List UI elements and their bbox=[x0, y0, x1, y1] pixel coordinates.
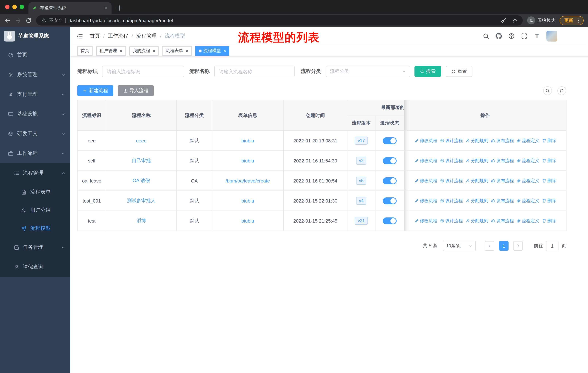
browser-tab[interactable]: 芋道管理系统 bbox=[28, 2, 112, 14]
action-publish[interactable]: 发布流程 bbox=[491, 198, 514, 204]
process-name-link[interactable]: eeee bbox=[136, 138, 147, 143]
create-process-button[interactable]: 新建流程 bbox=[77, 85, 113, 96]
tag-process-model[interactable]: 流程模型× bbox=[195, 46, 230, 56]
search-icon[interactable] bbox=[483, 33, 489, 39]
minimize-window-button[interactable] bbox=[12, 5, 17, 9]
tag-close-icon[interactable]: × bbox=[186, 49, 188, 53]
form-info-link[interactable]: biubiu bbox=[241, 198, 254, 203]
action-assign-rule[interactable]: 分配规则 bbox=[465, 218, 488, 224]
tag-close-icon[interactable]: × bbox=[153, 49, 155, 53]
action-assign-rule[interactable]: 分配规则 bbox=[465, 198, 488, 204]
sidebar-item-process-management[interactable]: 流程管理 bbox=[0, 163, 70, 183]
form-info-link[interactable]: biubiu bbox=[241, 218, 254, 223]
sidebar-item-home[interactable]: 首页 bbox=[0, 45, 70, 65]
fullscreen-icon[interactable] bbox=[521, 33, 527, 39]
not-secure-warning-icon[interactable] bbox=[41, 18, 46, 23]
import-process-button[interactable]: 导入流程 bbox=[118, 85, 154, 96]
process-key-input[interactable] bbox=[102, 66, 184, 77]
action-definition[interactable]: 流程定义 bbox=[516, 218, 539, 224]
font-size-icon[interactable]: T bbox=[534, 33, 540, 39]
action-delete[interactable]: 删除 bbox=[542, 158, 556, 164]
sidebar-item-workflow[interactable]: 工作流程 bbox=[0, 143, 70, 163]
form-info-link[interactable]: biubiu bbox=[241, 138, 254, 143]
refresh-table-button[interactable] bbox=[557, 86, 566, 95]
sidebar-item-system-management[interactable]: 系统管理 bbox=[0, 65, 70, 84]
tag-close-icon[interactable]: × bbox=[223, 49, 226, 53]
action-delete[interactable]: 删除 bbox=[542, 138, 556, 144]
action-publish[interactable]: 发布流程 bbox=[491, 158, 514, 164]
help-icon[interactable] bbox=[508, 33, 515, 39]
user-avatar[interactable] bbox=[546, 30, 557, 41]
reset-button[interactable]: 重置 bbox=[446, 66, 472, 77]
action-assign-rule[interactable]: 分配规则 bbox=[465, 178, 488, 184]
current-page-button[interactable]: 1 bbox=[499, 241, 509, 251]
action-definition[interactable]: 流程定义 bbox=[516, 158, 539, 164]
close-window-button[interactable] bbox=[5, 5, 10, 9]
form-info-link[interactable]: /bpm/oa/leave/create bbox=[226, 178, 270, 183]
password-key-icon[interactable] bbox=[501, 18, 506, 23]
category-select[interactable]: 流程分类 bbox=[326, 66, 410, 77]
tag-process-form[interactable]: 流程表单× bbox=[162, 46, 192, 56]
process-name-link[interactable]: 自己审批 bbox=[132, 158, 151, 163]
maximize-window-button[interactable] bbox=[20, 5, 24, 9]
version-badge[interactable]: v5 bbox=[356, 176, 366, 185]
tab-close-icon[interactable] bbox=[104, 6, 108, 10]
action-modify[interactable]: 修改流程 bbox=[414, 158, 437, 164]
process-name-link[interactable]: OA 请假 bbox=[133, 178, 150, 183]
tag-home[interactable]: 首页 bbox=[77, 46, 93, 56]
action-publish[interactable]: 发布流程 bbox=[491, 218, 514, 224]
sidebar-item-process-model[interactable]: 流程模型 bbox=[0, 219, 70, 238]
action-design[interactable]: 设计流程 bbox=[440, 198, 463, 204]
breadcrumb-item[interactable]: 流程管理 bbox=[136, 33, 157, 39]
action-definition[interactable]: 流程定义 bbox=[516, 178, 539, 184]
browser-update-button[interactable]: 更新 bbox=[560, 16, 584, 25]
tag-close-icon[interactable]: × bbox=[120, 49, 122, 53]
goto-page-input[interactable] bbox=[546, 241, 558, 251]
action-delete[interactable]: 删除 bbox=[542, 178, 556, 184]
prev-page-button[interactable] bbox=[485, 241, 494, 251]
back-button[interactable] bbox=[4, 17, 10, 23]
active-status-toggle[interactable] bbox=[383, 177, 397, 184]
sidebar-item-payment-management[interactable]: ¥支付管理 bbox=[0, 84, 70, 104]
forward-button[interactable] bbox=[15, 17, 21, 23]
action-modify[interactable]: 修改流程 bbox=[414, 138, 437, 144]
action-publish[interactable]: 发布流程 bbox=[491, 138, 514, 144]
action-delete[interactable]: 删除 bbox=[542, 198, 556, 204]
action-modify[interactable]: 修改流程 bbox=[414, 198, 437, 204]
sidebar-toggle-icon[interactable] bbox=[76, 33, 83, 40]
version-badge[interactable]: v17 bbox=[355, 136, 368, 145]
hide-search-button[interactable] bbox=[543, 86, 552, 95]
process-name-link[interactable]: 滔博 bbox=[136, 218, 146, 223]
action-modify[interactable]: 修改流程 bbox=[414, 218, 437, 224]
sidebar-item-user-group[interactable]: 用户分组 bbox=[0, 201, 70, 219]
sidebar-item-infrastructure[interactable]: 基础设施 bbox=[0, 104, 70, 124]
action-definition[interactable]: 流程定义 bbox=[516, 138, 539, 144]
active-status-toggle[interactable] bbox=[383, 197, 397, 204]
bookmark-star-icon[interactable] bbox=[512, 18, 518, 23]
action-design[interactable]: 设计流程 bbox=[440, 158, 463, 164]
action-design[interactable]: 设计流程 bbox=[440, 218, 463, 224]
action-design[interactable]: 设计流程 bbox=[440, 178, 463, 184]
version-badge[interactable]: v4 bbox=[356, 197, 366, 205]
action-delete[interactable]: 删除 bbox=[542, 218, 556, 224]
sidebar-item-process-form[interactable]: 流程表单 bbox=[0, 183, 70, 201]
search-button[interactable]: 搜索 bbox=[414, 66, 441, 77]
new-tab-button[interactable] bbox=[115, 4, 123, 12]
breadcrumb-item[interactable]: 首页 bbox=[90, 33, 100, 39]
action-assign-rule[interactable]: 分配规则 bbox=[465, 138, 488, 144]
action-publish[interactable]: 发布流程 bbox=[491, 178, 514, 184]
active-status-toggle[interactable] bbox=[383, 157, 397, 164]
tag-my-process[interactable]: 我的流程× bbox=[129, 46, 158, 56]
sidebar-item-task-management[interactable]: 任务管理 bbox=[0, 238, 70, 257]
action-assign-rule[interactable]: 分配规则 bbox=[465, 158, 488, 164]
url-text[interactable]: dashboard.yudao.iocoder.cn/bpm/manager/m… bbox=[69, 18, 495, 23]
address-omnibox[interactable]: 不安全 dashboard.yudao.iocoder.cn/bpm/manag… bbox=[36, 15, 523, 26]
version-badge[interactable]: v2 bbox=[356, 156, 366, 165]
process-name-link[interactable]: 测试多审批人 bbox=[127, 198, 156, 203]
incognito-profile-chip[interactable]: 无痕模式 bbox=[527, 16, 555, 24]
app-logo[interactable]: 芋道管理系统 bbox=[0, 27, 70, 45]
github-icon[interactable] bbox=[495, 33, 502, 39]
process-name-input[interactable] bbox=[214, 66, 294, 77]
breadcrumb-item[interactable]: 工作流程 bbox=[108, 33, 128, 39]
sidebar-item-dev-tools[interactable]: 研发工具 bbox=[0, 124, 70, 143]
